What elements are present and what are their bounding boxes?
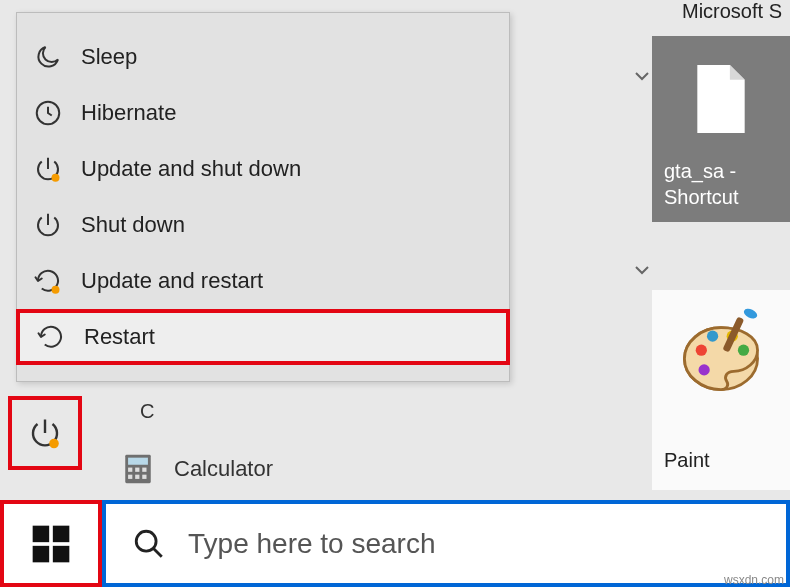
tile-gta-label: gta_sa - Shortcut (664, 158, 778, 210)
update-restart-label: Update and restart (81, 268, 263, 294)
tile-paint-label: Paint (664, 449, 710, 472)
hibernate-icon (33, 98, 81, 128)
search-icon (132, 527, 166, 561)
shutdown-menu-item[interactable]: Shut down (17, 197, 509, 253)
power-options-menu: Sleep Hibernate Updat (16, 12, 510, 382)
svg-rect-22 (33, 545, 49, 562)
svg-rect-9 (128, 475, 132, 479)
chevron-down-icon[interactable] (630, 258, 654, 282)
file-icon (691, 62, 751, 140)
svg-point-24 (136, 531, 156, 551)
apps-letter-header[interactable]: C (140, 400, 273, 423)
restart-menu-item[interactable]: Restart (16, 309, 510, 365)
svg-point-19 (742, 308, 758, 320)
hibernate-label: Hibernate (81, 100, 176, 126)
svg-rect-11 (142, 475, 146, 479)
svg-rect-6 (128, 468, 132, 472)
paint-icon (676, 308, 766, 402)
svg-point-14 (707, 331, 718, 342)
shutdown-label: Shut down (81, 212, 185, 238)
hibernate-menu-item[interactable]: Hibernate (17, 85, 509, 141)
taskbar-search-placeholder: Type here to search (188, 528, 435, 560)
update-restart-menu-item[interactable]: Update and restart (17, 253, 509, 309)
restart-icon (36, 322, 84, 352)
svg-point-2 (52, 286, 60, 294)
start-tiles-area: Microsoft S gta_sa - Shortcut (640, 0, 790, 500)
svg-rect-8 (142, 468, 146, 472)
power-icon (27, 415, 63, 451)
restart-label: Restart (84, 324, 155, 350)
tile-group-label: Microsoft S (682, 0, 782, 23)
apps-list: C Calculator (120, 400, 273, 487)
calculator-label: Calculator (174, 456, 273, 482)
sleep-menu-item[interactable]: Sleep (17, 29, 509, 85)
svg-rect-7 (135, 468, 139, 472)
calculator-app-item[interactable]: Calculator (120, 451, 273, 487)
start-menu-area: Sleep Hibernate Updat (0, 0, 640, 500)
update-restart-icon (33, 266, 81, 296)
update-shutdown-icon (33, 154, 81, 184)
svg-rect-5 (128, 458, 148, 465)
tile-gta-shortcut[interactable]: gta_sa - Shortcut (652, 36, 790, 222)
update-shutdown-label: Update and shut down (81, 156, 301, 182)
update-shutdown-menu-item[interactable]: Update and shut down (17, 141, 509, 197)
power-button[interactable] (8, 396, 82, 470)
sleep-icon (33, 42, 81, 72)
svg-point-3 (49, 439, 59, 449)
sleep-label: Sleep (81, 44, 137, 70)
watermark: wsxdn.com (724, 573, 784, 587)
shutdown-icon (33, 210, 81, 240)
svg-rect-21 (53, 525, 69, 542)
start-button[interactable] (0, 500, 102, 587)
taskbar-search-box[interactable]: Type here to search (102, 500, 790, 587)
svg-rect-10 (135, 475, 139, 479)
tile-paint[interactable]: Paint (652, 290, 790, 490)
svg-rect-23 (53, 545, 69, 562)
svg-point-16 (738, 345, 749, 356)
svg-point-17 (699, 364, 710, 375)
taskbar: Type here to search (0, 500, 790, 587)
svg-point-1 (52, 174, 60, 182)
svg-rect-20 (33, 525, 49, 542)
chevron-down-icon[interactable] (630, 64, 654, 88)
svg-point-13 (696, 345, 707, 356)
calculator-icon (120, 451, 156, 487)
windows-logo-icon (29, 522, 73, 566)
